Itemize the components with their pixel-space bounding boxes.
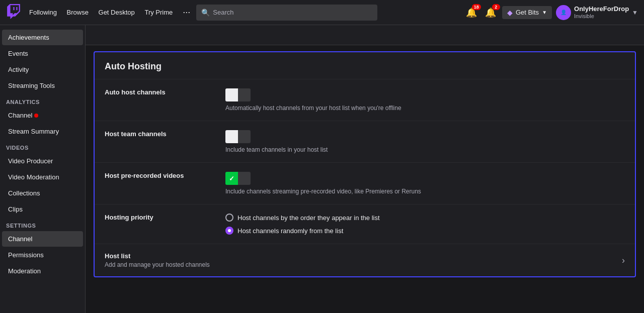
toggle-on-half: ✓ xyxy=(225,172,238,185)
sidebar-item-label: Video Moderation xyxy=(8,173,59,181)
toggle-on-half xyxy=(225,130,238,143)
nav-get-desktop[interactable]: Get Desktop xyxy=(95,9,139,16)
sidebar-item-label: Streaming Tools xyxy=(8,82,55,89)
prerecorded-label: Host pre-recorded videos xyxy=(105,172,215,179)
prerecorded-label-col: Host pre-recorded videos xyxy=(105,172,215,179)
sidebar-item-channel-analytics[interactable]: Channel xyxy=(2,108,83,123)
auto-host-label: Auto host channels xyxy=(105,88,215,96)
prerecorded-description: Include channels streaming pre-recorded … xyxy=(225,188,625,195)
radio-group: Host channels by the order they appear i… xyxy=(225,214,625,235)
layout: Achievements Events Activity Streaming T… xyxy=(0,25,644,313)
sidebar-item-activity[interactable]: Activity xyxy=(2,62,83,77)
auto-host-channels-row: Auto host channels Automatically host ch… xyxy=(95,79,635,121)
auto-host-toggle[interactable] xyxy=(225,88,251,101)
host-prerecorded-row: Host pre-recorded videos ✓ Include chann… xyxy=(95,163,635,204)
sidebar-item-label: Clips xyxy=(8,205,23,213)
sidebar-item-permissions[interactable]: Permissions xyxy=(2,247,83,263)
topnav: Following Browse Get Desktop Try Prime ·… xyxy=(0,0,644,25)
sidebar-item-moderation[interactable]: Moderation xyxy=(2,263,83,279)
notifications-button[interactable]: 🔔 18 xyxy=(464,5,479,20)
radio-order[interactable]: Host channels by the order they appear i… xyxy=(225,214,625,222)
host-list-chevron-right-icon: › xyxy=(622,255,625,266)
radio-random[interactable]: Host channels randomly from the list xyxy=(225,227,625,235)
notifications-badge: 18 xyxy=(472,4,481,10)
host-list-subtitle: Add and manage your hosted channels xyxy=(105,261,210,268)
nav-try-prime[interactable]: Try Prime xyxy=(140,9,177,16)
sidebar-item-video-producer[interactable]: Video Producer xyxy=(2,153,83,169)
sidebar-item-label: Channel xyxy=(8,235,32,243)
twitch-logo[interactable] xyxy=(6,4,21,21)
sidebar-item-stream-summary[interactable]: Stream Summary xyxy=(2,124,83,139)
hosting-priority-row: Hosting priority Host channels by the or… xyxy=(95,204,635,244)
sidebar-item-channel-settings[interactable]: Channel xyxy=(2,231,83,247)
top-partial-row xyxy=(86,25,644,45)
bits-diamond-icon: ◆ xyxy=(507,9,513,17)
sidebar-item-label: Video Producer xyxy=(8,157,53,165)
host-team-label: Host team channels xyxy=(105,130,215,138)
host-list-info: Host list Add and manage your hosted cha… xyxy=(105,252,210,268)
sidebar-item-collections[interactable]: Collections xyxy=(2,185,83,201)
sidebar-item-label: Activity xyxy=(8,66,29,73)
get-bits-button[interactable]: ◆ Get Bits ▼ xyxy=(502,6,552,19)
user-menu[interactable]: 👤 OnlyHereForDrop Invisible ▼ xyxy=(556,5,638,20)
sidebar-item-label: Permissions xyxy=(8,251,44,259)
host-team-channels-row: Host team channels Include team channels… xyxy=(95,121,635,163)
toggle-off-half xyxy=(238,130,251,143)
search-input[interactable] xyxy=(213,9,372,16)
toggle-on-half xyxy=(225,88,238,101)
sidebar-item-label: Moderation xyxy=(8,267,41,275)
priority-label-col: Hosting priority xyxy=(105,214,215,221)
host-team-label-col: Host team channels xyxy=(105,130,215,138)
main-content: Auto Hosting Auto host channels Automati… xyxy=(86,25,644,313)
nav-following[interactable]: Following xyxy=(25,9,61,16)
auto-hosting-card: Auto Hosting Auto host channels Automati… xyxy=(94,51,636,277)
sidebar-item-events[interactable]: Events xyxy=(2,46,83,61)
channel-analytics-dot xyxy=(34,114,38,118)
priority-label: Hosting priority xyxy=(105,214,215,221)
topnav-links: Following Browse Get Desktop Try Prime xyxy=(25,9,177,16)
search-bar: 🔍 xyxy=(196,5,377,21)
nav-browse[interactable]: Browse xyxy=(63,9,93,16)
priority-control-col: Host channels by the order they appear i… xyxy=(225,214,625,235)
sidebar-item-label: Events xyxy=(8,50,28,57)
radio-random-label: Host channels randomly from the list xyxy=(237,227,343,235)
alerts-badge: 2 xyxy=(492,4,500,10)
sidebar-item-label: Achievements xyxy=(8,34,49,41)
sidebar-item-streaming-tools[interactable]: Streaming Tools xyxy=(2,78,83,93)
host-team-toggle[interactable] xyxy=(225,130,251,143)
prerecorded-toggle[interactable]: ✓ xyxy=(225,172,251,185)
user-info: OnlyHereForDrop Invisible xyxy=(574,5,629,20)
sidebar-item-label: Collections xyxy=(8,189,40,197)
auto-host-control-col: Automatically host channels from your ho… xyxy=(225,88,625,112)
bits-label: Get Bits xyxy=(516,9,539,16)
host-list-title: Host list xyxy=(105,252,210,260)
settings-section-label: SETTINGS xyxy=(0,218,85,231)
sidebar-item-label: Stream Summary xyxy=(8,128,59,135)
user-status: Invisible xyxy=(574,13,629,20)
alerts-button[interactable]: 🔔 2 xyxy=(483,5,498,20)
username: OnlyHereForDrop xyxy=(574,5,629,13)
topnav-right: 🔔 18 🔔 2 ◆ Get Bits ▼ 👤 OnlyHereForDrop … xyxy=(464,5,638,20)
more-options-button[interactable]: ··· xyxy=(181,7,192,18)
analytics-section-label: ANALYTICS xyxy=(0,94,85,107)
toggle-off-half xyxy=(238,88,251,101)
radio-circle-order xyxy=(225,214,233,222)
sidebar-item-achievements[interactable]: Achievements xyxy=(2,30,83,45)
radio-order-label: Host channels by the order they appear i… xyxy=(237,214,380,222)
sidebar-item-video-moderation[interactable]: Video Moderation xyxy=(2,169,83,185)
sidebar-item-label: Channel xyxy=(8,112,32,119)
auto-host-description: Automatically host channels from your ho… xyxy=(225,105,625,112)
card-title: Auto Hosting xyxy=(95,52,635,79)
toggle-off-half xyxy=(238,172,251,185)
videos-section-label: VIDEOS xyxy=(0,140,85,153)
prerecorded-control-col: ✓ Include channels streaming pre-recorde… xyxy=(225,172,625,195)
radio-circle-random xyxy=(225,227,233,235)
sidebar-item-clips[interactable]: Clips xyxy=(2,201,83,217)
host-team-control-col: Include team channels in your host list xyxy=(225,130,625,153)
user-chevron-down-icon: ▼ xyxy=(632,9,638,16)
auto-host-label-col: Auto host channels xyxy=(105,88,215,96)
bits-chevron-icon: ▼ xyxy=(542,10,547,15)
checkmark-icon: ✓ xyxy=(229,175,234,182)
search-icon: 🔍 xyxy=(201,9,210,17)
host-list-row[interactable]: Host list Add and manage your hosted cha… xyxy=(95,244,635,276)
